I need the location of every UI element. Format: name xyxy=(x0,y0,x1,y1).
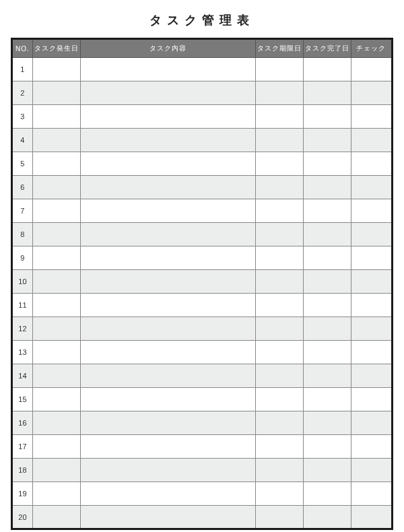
cell-no: 12 xyxy=(12,317,33,341)
col-header-occur-date: タスク発生日 xyxy=(32,39,80,58)
cell-due-date xyxy=(255,81,303,105)
cell-check xyxy=(351,58,392,81)
cell-no: 7 xyxy=(12,199,33,223)
table-row: 11 xyxy=(12,294,393,317)
cell-check xyxy=(351,294,392,317)
cell-no: 13 xyxy=(12,341,33,364)
cell-occur-date xyxy=(32,364,80,388)
cell-due-date xyxy=(255,459,303,482)
table-row: 16 xyxy=(12,411,393,435)
cell-content xyxy=(80,435,255,459)
cell-done-date xyxy=(303,58,351,81)
cell-occur-date xyxy=(32,317,80,341)
cell-content xyxy=(80,341,255,364)
cell-occur-date xyxy=(32,81,80,105)
cell-done-date xyxy=(303,199,351,223)
cell-check xyxy=(351,411,392,435)
table-row: 4 xyxy=(12,129,393,152)
cell-no: 8 xyxy=(12,223,33,246)
cell-due-date xyxy=(255,364,303,388)
cell-occur-date xyxy=(32,435,80,459)
cell-check xyxy=(351,176,392,199)
cell-content xyxy=(80,482,255,506)
cell-occur-date xyxy=(32,270,80,294)
cell-done-date xyxy=(303,482,351,506)
cell-no: 9 xyxy=(12,246,33,270)
cell-due-date xyxy=(255,317,303,341)
table-row: 19 xyxy=(12,482,393,506)
cell-content xyxy=(80,81,255,105)
cell-done-date xyxy=(303,388,351,411)
cell-check xyxy=(351,364,392,388)
table-row: 8 xyxy=(12,223,393,246)
cell-due-date xyxy=(255,435,303,459)
cell-due-date xyxy=(255,294,303,317)
cell-due-date xyxy=(255,388,303,411)
cell-done-date xyxy=(303,459,351,482)
cell-done-date xyxy=(303,176,351,199)
cell-check xyxy=(351,152,392,176)
cell-occur-date xyxy=(32,388,80,411)
cell-content xyxy=(80,388,255,411)
cell-check xyxy=(351,317,392,341)
cell-no: 1 xyxy=(12,58,33,81)
cell-done-date xyxy=(303,105,351,129)
cell-due-date xyxy=(255,223,303,246)
cell-due-date xyxy=(255,58,303,81)
cell-no: 20 xyxy=(12,506,33,529)
cell-occur-date xyxy=(32,199,80,223)
cell-done-date xyxy=(303,270,351,294)
cell-occur-date xyxy=(32,506,80,529)
col-header-no: NO. xyxy=(12,39,33,58)
table-row: 17 xyxy=(12,435,393,459)
cell-check xyxy=(351,81,392,105)
cell-no: 14 xyxy=(12,364,33,388)
table-row: 12 xyxy=(12,317,393,341)
cell-check xyxy=(351,270,392,294)
table-row: 13 xyxy=(12,341,393,364)
cell-done-date xyxy=(303,129,351,152)
cell-occur-date xyxy=(32,105,80,129)
cell-content xyxy=(80,176,255,199)
col-header-done-date: タスク完了日 xyxy=(303,39,351,58)
cell-content xyxy=(80,246,255,270)
cell-check xyxy=(351,223,392,246)
cell-due-date xyxy=(255,199,303,223)
cell-no: 5 xyxy=(12,152,33,176)
table-row: 3 xyxy=(12,105,393,129)
cell-check xyxy=(351,199,392,223)
cell-occur-date xyxy=(32,223,80,246)
cell-done-date xyxy=(303,435,351,459)
cell-no: 16 xyxy=(12,411,33,435)
cell-due-date xyxy=(255,482,303,506)
cell-check xyxy=(351,435,392,459)
cell-check xyxy=(351,506,392,529)
cell-check xyxy=(351,388,392,411)
cell-done-date xyxy=(303,223,351,246)
cell-content xyxy=(80,317,255,341)
cell-no: 15 xyxy=(12,388,33,411)
cell-done-date xyxy=(303,411,351,435)
cell-done-date xyxy=(303,506,351,529)
cell-check xyxy=(351,341,392,364)
cell-done-date xyxy=(303,81,351,105)
table-row: 9 xyxy=(12,246,393,270)
col-header-check: チェック xyxy=(351,39,392,58)
cell-occur-date xyxy=(32,176,80,199)
cell-check xyxy=(351,246,392,270)
table-row: 7 xyxy=(12,199,393,223)
cell-check xyxy=(351,459,392,482)
col-header-content: タスク内容 xyxy=(80,39,255,58)
cell-occur-date xyxy=(32,411,80,435)
cell-content xyxy=(80,152,255,176)
cell-content xyxy=(80,105,255,129)
cell-no: 19 xyxy=(12,482,33,506)
cell-done-date xyxy=(303,317,351,341)
cell-occur-date xyxy=(32,129,80,152)
cell-done-date xyxy=(303,246,351,270)
table-row: 10 xyxy=(12,270,393,294)
cell-done-date xyxy=(303,341,351,364)
cell-due-date xyxy=(255,341,303,364)
cell-occur-date xyxy=(32,459,80,482)
table-row: 15 xyxy=(12,388,393,411)
